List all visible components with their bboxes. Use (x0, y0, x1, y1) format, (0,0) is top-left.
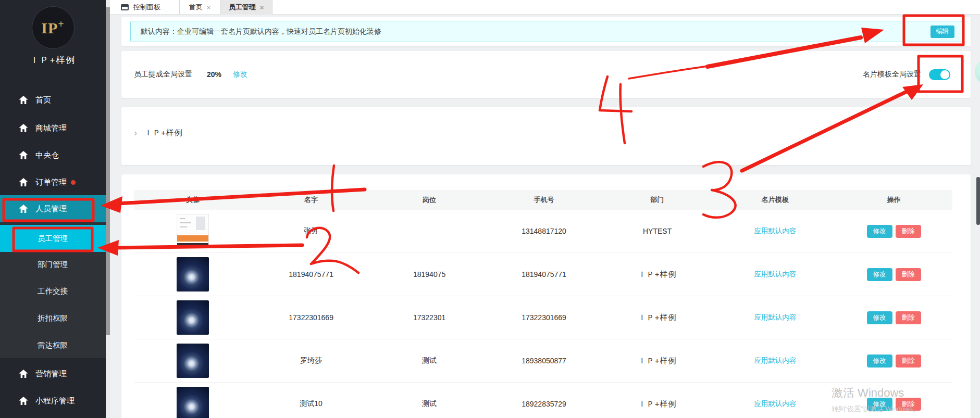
post-cell: 测试 (370, 356, 488, 365)
actions-cell: 修改 删除 (835, 354, 952, 368)
table-row: 18194075771 18194075 18194075771 ＩＰ+样例 应… (134, 253, 952, 296)
tab-employee-mgmt[interactable]: 员工管理 × (220, 0, 272, 15)
template-toggle[interactable] (929, 69, 950, 80)
close-icon[interactable]: × (207, 4, 211, 11)
row-delete-button[interactable]: 删除 (896, 311, 921, 324)
window-icon (121, 4, 129, 10)
phone-cell: 17322301669 (488, 313, 600, 322)
sidebar-subitem-radar-perms[interactable]: 雷达权限 (0, 332, 106, 359)
row-delete-button[interactable]: 删除 (896, 354, 921, 368)
dept-cell: ＩＰ+样例 (600, 313, 715, 323)
sidebar-item-label: 人员管理 (35, 204, 67, 214)
dept-cell: ＩＰ+样例 (600, 270, 715, 280)
notice-card: 默认内容：企业可编辑一套名片页默认内容，快速对员工名片页初始化装修 编辑 (121, 17, 971, 46)
sidebar-item-personnel[interactable]: 人员管理 (0, 195, 106, 222)
avatar-ring-photo (177, 257, 209, 292)
sidebar-subitem-label: 部门管理 (38, 260, 68, 270)
home-icon (19, 205, 28, 213)
sidebar-item-home[interactable]: 首页 (0, 86, 106, 113)
table-header: 头像 名字 岗位 手机号 部门 名片模板 操作 (134, 190, 952, 210)
logo-title: ＩＰ+样例 (0, 54, 106, 66)
notice-text: 默认内容：企业可编辑一套名片页默认内容，快速对员工名片页初始化装修 (141, 27, 931, 36)
name-cell: 罗绮莎 (252, 356, 370, 365)
sidebar-item-label: 商城管理 (35, 123, 67, 133)
sidebar-subitem-handover[interactable]: 工作交接 (0, 277, 106, 305)
sidebar-subitem-department-mgmt[interactable]: 部门管理 (0, 251, 106, 278)
tab-home[interactable]: 首页 × (180, 0, 220, 15)
sidebar-subitem-discount-perms[interactable]: 折扣权限 (0, 305, 106, 332)
phone-cell: 18922835729 (488, 400, 600, 408)
row-delete-button[interactable]: 删除 (896, 268, 921, 281)
apply-default-link[interactable]: 应用默认内容 (754, 270, 796, 279)
commission-value: 20% (207, 70, 221, 79)
sidebar: IP+ ＩＰ+样例 首页 商城管理 中央仓 订单管理 人员管理 员工管理 (0, 0, 106, 418)
avatar-cell (134, 344, 252, 378)
row-edit-button[interactable]: 修改 (867, 268, 892, 281)
employee-table: 头像 名字 岗位 手机号 部门 名片模板 操作 (134, 190, 952, 418)
template-cell: 应用默认内容 (715, 356, 835, 365)
apply-default-link[interactable]: 应用默认内容 (754, 356, 796, 365)
sidebar-subitem-label: 折扣权限 (38, 313, 68, 323)
row-delete-button[interactable]: 删除 (896, 398, 921, 411)
notice-bar: 默认内容：企业可编辑一套名片页默认内容，快速对员工名片页初始化装修 编辑 (130, 21, 962, 42)
col-post: 岗位 (370, 195, 488, 205)
table-row: 测试10 测试 18922835729 ＩＰ+样例 应用默认内容 修改 删除 (134, 383, 952, 418)
avatar-ring-photo (177, 387, 209, 418)
sidebar-item-warehouse[interactable]: 中央仓 (0, 142, 106, 169)
page-scrollbar-thumb[interactable] (976, 177, 980, 225)
sidebar-item-orders[interactable]: 订单管理 (0, 169, 106, 196)
avatar-ring-photo (177, 300, 209, 335)
sidebar-item-label: 营销管理 (35, 369, 67, 379)
sidebar-item-mall[interactable]: 商城管理 (0, 115, 106, 142)
sidebar-subitem-employee-mgmt[interactable]: 员工管理 (0, 225, 106, 252)
dept-cell: ＩＰ+样例 (600, 356, 715, 366)
avatar-business-card (177, 214, 209, 248)
tab-dashboard[interactable]: 控制面板 (110, 0, 180, 15)
template-cell: 应用默认内容 (715, 226, 835, 236)
org-section-card: › ＩＰ+样例 (121, 107, 971, 165)
apply-default-link[interactable]: 应用默认内容 (754, 226, 796, 236)
row-edit-button[interactable]: 修改 (867, 225, 892, 238)
notification-dot (71, 180, 76, 185)
sidebar-scrollbar-track[interactable] (106, 0, 110, 418)
row-delete-button[interactable]: 删除 (896, 225, 921, 238)
post-cell: 17322301 (370, 313, 488, 322)
sidebar-scrollbar-thumb[interactable] (106, 7, 110, 335)
avatar-cell (134, 387, 252, 418)
col-name: 名字 (252, 195, 370, 205)
edit-button[interactable]: 编辑 (931, 26, 954, 38)
name-cell: 17322301669 (252, 313, 370, 322)
app-window: IP+ ＩＰ+样例 首页 商城管理 中央仓 订单管理 人员管理 员工管理 (0, 0, 980, 418)
org-section-header[interactable]: › ＩＰ+样例 (134, 128, 183, 138)
row-edit-button[interactable]: 修改 (867, 354, 892, 368)
table-row: 张勇 13148817120 HYTEST 应用默认内容 修改 删除 (134, 210, 952, 253)
row-edit-button[interactable]: 修改 (867, 311, 892, 324)
template-setting-label: 名片模板全局设置 (863, 70, 921, 79)
col-dept: 部门 (600, 195, 715, 205)
home-icon (19, 124, 28, 132)
main-area: 控制面板 首页 × 员工管理 × 默认内容：企业可编辑一套名片页默认内容，快速对… (110, 0, 980, 418)
modify-link[interactable]: 修改 (233, 70, 247, 79)
template-cell: 应用默认内容 (715, 399, 835, 409)
home-icon (19, 151, 28, 159)
avatar-cell (134, 257, 252, 292)
sidebar-item-marketing[interactable]: 营销管理 (0, 360, 106, 387)
chevron-right-icon: › (134, 128, 137, 138)
actions-cell: 修改 删除 (835, 398, 952, 411)
sidebar-item-miniprogram[interactable]: 小程序管理 (0, 387, 106, 414)
actions-cell: 修改 删除 (835, 225, 952, 238)
close-icon[interactable]: × (260, 4, 264, 11)
col-phone: 手机号 (488, 195, 600, 205)
sidebar-item-label: 中央仓 (35, 150, 59, 160)
row-edit-button[interactable]: 修改 (867, 398, 892, 411)
apply-default-link[interactable]: 应用默认内容 (754, 313, 796, 322)
template-global-setting: 名片模板全局设置 (863, 51, 950, 98)
col-template: 名片模板 (715, 195, 835, 205)
home-icon (19, 96, 28, 104)
avatar-cell (134, 214, 252, 248)
post-cell: 18194075 (370, 270, 488, 278)
apply-default-link[interactable]: 应用默认内容 (754, 399, 796, 409)
dept-cell: ＩＰ+样例 (600, 399, 715, 409)
sidebar-subitem-label: 员工管理 (38, 234, 68, 244)
phone-cell: 13148817120 (488, 227, 600, 235)
